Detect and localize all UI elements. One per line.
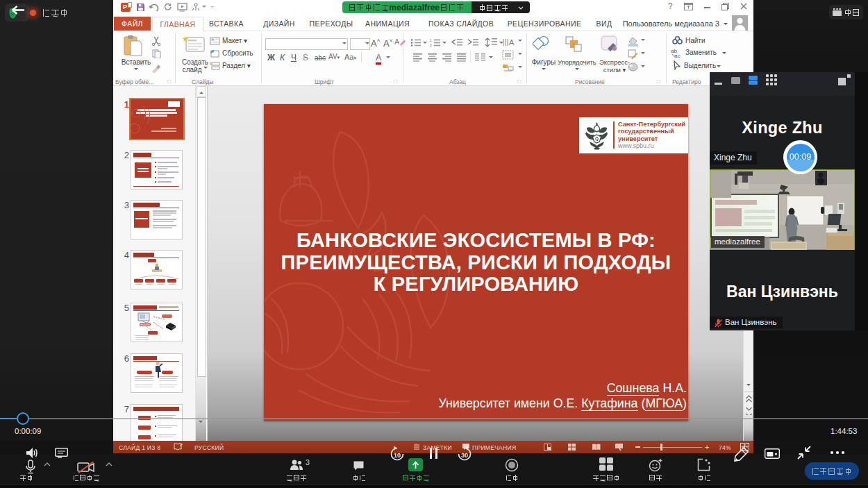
svg-text:A: A	[509, 38, 515, 47]
svg-text:ac: ac	[674, 53, 680, 58]
svg-text:3: 3	[430, 43, 432, 47]
svg-text:30: 30	[461, 452, 468, 459]
svg-text:1: 1	[430, 38, 432, 42]
svg-text:A: A	[394, 37, 400, 46]
svg-text:10: 10	[394, 452, 401, 459]
